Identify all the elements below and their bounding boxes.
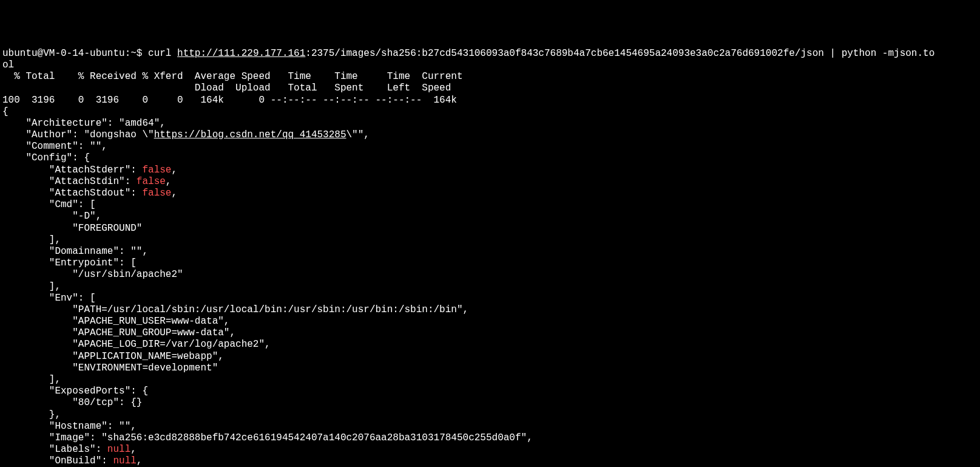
- terminal-output[interactable]: ubuntu@VM-0-14-ubuntu:~$ curl http://111…: [2, 48, 978, 467]
- json-entry-close: ],: [2, 281, 978, 293]
- json-labels: "Labels": null,: [2, 444, 978, 455]
- prompt-path: :~$: [125, 48, 143, 59]
- author-url: https://blog.csdn.net/qq_41453285: [154, 129, 346, 140]
- json-entry-open: "Entrypoint": [: [2, 257, 978, 269]
- prompt-line: ubuntu@VM-0-14-ubuntu:~$ curl http://111…: [2, 48, 978, 60]
- prompt-wrap: ol: [2, 60, 978, 71]
- json-env-item3: "APACHE_RUN_GROUP=www-data",: [2, 327, 978, 339]
- json-ports-close: },: [2, 409, 978, 421]
- json-cmd-item1: "-D",: [2, 211, 978, 222]
- json-attach-stdin: "AttachStdin": false,: [2, 176, 978, 188]
- json-env-item1: "PATH=/usr/local/sbin:/usr/local/bin:/us…: [2, 304, 978, 316]
- json-arch: "Architecture": "amd64",: [2, 118, 978, 129]
- json-hostname: "Hostname": "",: [2, 421, 978, 432]
- json-attach-stdout: "AttachStdout": false,: [2, 188, 978, 199]
- curl-header-1: % Total % Received % Xferd Average Speed…: [2, 71, 978, 83]
- json-config-open: "Config": {: [2, 152, 978, 164]
- json-ports-open: "ExposedPorts": {: [2, 386, 978, 397]
- json-image: "Image": "sha256:e3cd82888befb742ce61619…: [2, 432, 978, 444]
- json-author: "Author": "dongshao \"https://blog.csdn.…: [2, 129, 978, 141]
- json-onbuild: "OnBuild": null,: [2, 455, 978, 467]
- json-cmd-item2: "FOREGROUND": [2, 223, 978, 234]
- json-env-item4: "APACHE_LOG_DIR=/var/log/apache2",: [2, 339, 978, 350]
- curl-header-2: Dload Upload Total Spent Left Speed: [2, 83, 978, 94]
- json-comment: "Comment": "",: [2, 141, 978, 152]
- json-ports-item: "80/tcp": {}: [2, 397, 978, 409]
- json-env-item6: "ENVIRONMENT=development": [2, 363, 978, 374]
- json-cmd-close: ],: [2, 234, 978, 246]
- prompt-user-host: ubuntu@VM-0-14-ubuntu: [2, 48, 125, 59]
- cmd-suffix: :2375/images/sha256:b27cd543106093a0f843…: [305, 48, 934, 59]
- json-attach-stderr: "AttachStderr": false,: [2, 165, 978, 176]
- json-domainname: "Domainname": "",: [2, 246, 978, 257]
- json-env-item5: "APPLICATION_NAME=webapp",: [2, 351, 978, 363]
- json-entry-item: "/usr/sbin/apache2": [2, 269, 978, 281]
- json-env-close: ],: [2, 374, 978, 386]
- json-env-open: "Env": [: [2, 293, 978, 304]
- json-open: {: [2, 106, 978, 118]
- cmd-curl: curl: [142, 48, 177, 59]
- curl-url: http://111.229.177.161: [177, 48, 305, 59]
- json-cmd-open: "Cmd": [: [2, 199, 978, 211]
- json-env-item2: "APACHE_RUN_USER=www-data",: [2, 316, 978, 327]
- curl-header-3: 100 3196 0 3196 0 0 164k 0 --:--:-- --:-…: [2, 95, 978, 106]
